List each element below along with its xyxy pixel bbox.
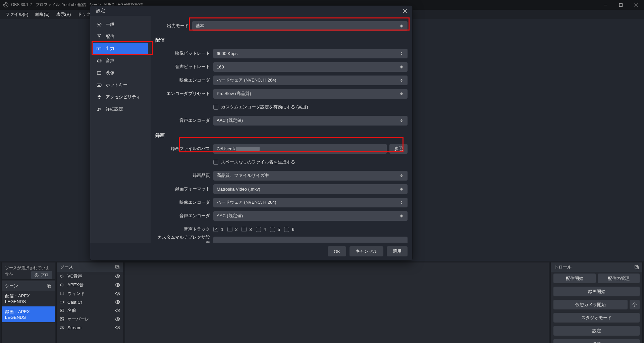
scene-item[interactable]: 録画：APEX LEGENDS (2, 306, 55, 322)
source-row[interactable]: Cast Cr (57, 298, 123, 306)
rec-quality-select[interactable]: 高品質、ファイルサイズ中 (213, 171, 408, 181)
rec-audio-encoder-select[interactable]: AAC (既定値) (213, 211, 408, 221)
eye-icon[interactable] (115, 316, 120, 322)
svg-point-19 (117, 293, 118, 294)
video-encoder-select[interactable]: ハードウェア (NVENC, H.264) (213, 76, 408, 85)
rec-format-select[interactable]: Matroska Video (.mkv) (213, 184, 408, 194)
cancel-button[interactable]: キャンセル (350, 246, 383, 256)
virtual-cam-button[interactable]: 仮想カメラ開始 (553, 300, 628, 309)
svg-point-4 (36, 275, 37, 276)
dialog-titlebar: 設定 (90, 6, 412, 16)
mux-input[interactable] (213, 237, 408, 243)
nav-video[interactable]: 映像 (93, 67, 148, 79)
svg-marker-13 (60, 275, 62, 278)
source-row[interactable]: オーバーレ (57, 315, 123, 324)
nav-antenna[interactable]: 配信 (93, 31, 148, 43)
exit-button[interactable]: 終了 (553, 339, 640, 343)
menu-view[interactable]: 表示(V) (53, 11, 74, 17)
nav-label: 配信 (106, 34, 114, 40)
maximize-button[interactable] (613, 0, 629, 10)
video-encoder-label: 映像エンコーダ (155, 77, 213, 83)
nav-wrench[interactable]: 詳細設定 (93, 103, 148, 115)
svg-point-16 (117, 284, 118, 286)
popout-icon[interactable] (634, 265, 639, 270)
encoder-preset-label: エンコーダプリセット (155, 91, 213, 97)
eye-icon[interactable] (115, 325, 120, 330)
eye-icon[interactable] (115, 299, 120, 305)
nav-output[interactable]: 出力 (93, 43, 148, 55)
audio-track-6-checkbox[interactable]: 6 (284, 227, 294, 232)
controls-dock: トロール 配信開始 配信の管理 録画開始 仮想カメラ開始 スタジオモード 設定 … (550, 262, 643, 343)
source-row[interactable]: APEX音 (57, 281, 123, 289)
manage-stream-button[interactable]: 配信の管理 (598, 274, 640, 283)
audio-track-3-checkbox[interactable]: 3 (241, 227, 252, 232)
rec-path-input[interactable]: C:\Users\ (213, 144, 387, 154)
eye-icon[interactable] (115, 308, 120, 313)
nospace-filename-checkbox[interactable]: スペースなしのファイル名を生成する (213, 159, 295, 165)
start-stream-button[interactable]: 配信開始 (553, 274, 596, 283)
profile-btn[interactable]: プロ (31, 271, 52, 279)
source-row[interactable]: 名前 (57, 306, 123, 315)
svg-rect-1 (620, 3, 623, 6)
svg-point-33 (63, 328, 63, 328)
eye-icon[interactable] (115, 282, 120, 288)
nav-access[interactable]: アクセシビリティ (93, 91, 148, 103)
rec-video-encoder-select[interactable]: ハードウェア (NVENC, H.264) (213, 198, 408, 207)
browse-button[interactable]: 参照 (389, 144, 408, 154)
popout-icon[interactable] (115, 265, 120, 270)
nav-hotkey[interactable]: ホットキー (93, 79, 148, 91)
apply-button[interactable]: 適用 (387, 246, 408, 256)
rec-path-label: 録画ファイルのパス (155, 146, 213, 152)
svg-point-41 (634, 304, 635, 305)
svg-rect-51 (97, 71, 101, 75)
nospace-filename-label: スペースなしのファイル名を生成する (221, 159, 295, 165)
ok-button[interactable]: OK (328, 246, 346, 256)
audio-track-4-checkbox[interactable]: 4 (256, 227, 266, 232)
svg-rect-40 (636, 266, 638, 269)
svg-point-14 (117, 276, 118, 277)
studio-mode-button[interactable]: スタジオモード (553, 313, 640, 323)
menu-file[interactable]: ファイル(F) (2, 11, 32, 17)
audio-track-2-checkbox[interactable]: 2 (227, 227, 237, 232)
access-icon (96, 94, 102, 100)
virtual-cam-settings-button[interactable] (630, 300, 640, 309)
menu-edit[interactable]: 編集(E) (32, 11, 53, 17)
nav-audio[interactable]: 音声 (93, 55, 148, 67)
start-record-button[interactable]: 録画開始 (553, 287, 640, 296)
audio-tracks: 123456 (213, 227, 294, 232)
output-mode-select[interactable]: 基本 (192, 21, 408, 31)
game-icon (59, 325, 65, 330)
audio-bitrate-select[interactable]: 160 (213, 62, 408, 72)
eye-icon[interactable] (115, 291, 120, 296)
audio-encoder-select[interactable]: AAC (既定値) (213, 116, 408, 126)
settings-button[interactable]: 設定 (553, 326, 640, 336)
popout-icon[interactable] (47, 284, 51, 288)
svg-point-25 (117, 310, 118, 311)
source-row[interactable]: Stream (57, 324, 123, 332)
minimize-button[interactable] (598, 0, 613, 10)
audio-track-1-checkbox[interactable]: 1 (213, 227, 223, 232)
nav-label: 映像 (106, 70, 114, 76)
obs-logo-icon (3, 2, 8, 7)
antenna-icon (96, 34, 102, 39)
window-close-button[interactable] (629, 0, 644, 10)
encoder-preset-select[interactable]: P5: Slow (高品質) (213, 89, 408, 99)
nav-label: ホットキー (106, 82, 127, 88)
custom-encoder-checkbox[interactable]: カスタムエンコーダ設定を有効にする (高度) (213, 104, 308, 110)
svg-rect-12 (117, 266, 119, 269)
video-bitrate-input[interactable]: 6000 Kbps (213, 49, 408, 58)
audio-track-5-checkbox[interactable]: 5 (270, 227, 280, 232)
audio-encoder-label: 音声エンコーダ (155, 117, 213, 124)
svg-point-22 (117, 301, 118, 303)
audio-bitrate-label: 音声ビットレート (155, 64, 213, 70)
source-row[interactable]: VC音声 (57, 272, 123, 281)
scenes-header: シーン (2, 281, 55, 291)
dialog-close-button[interactable] (401, 7, 409, 15)
svg-point-48 (99, 36, 100, 37)
svg-marker-50 (97, 59, 99, 62)
nav-gear[interactable]: 一般 (93, 18, 148, 31)
scene-item[interactable]: 配信：APEX LEGENDS (2, 291, 55, 306)
dialog-footer: OK キャンセル 適用 (90, 243, 412, 260)
source-row[interactable]: ウィンド (57, 289, 123, 298)
eye-icon[interactable] (115, 274, 120, 279)
